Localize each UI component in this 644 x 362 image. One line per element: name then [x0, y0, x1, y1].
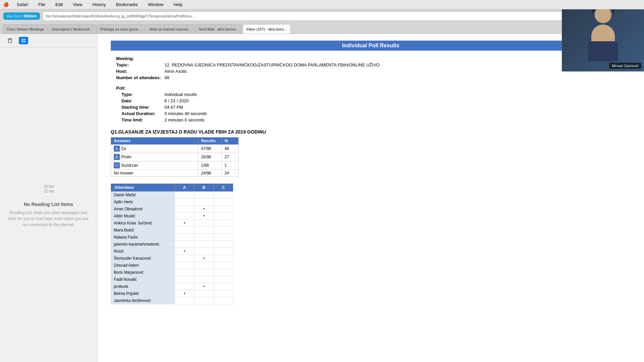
result-results-cell: 47/98: [198, 145, 222, 153]
attendees-header-b: B: [194, 184, 214, 192]
menu-history[interactable]: History: [90, 1, 108, 8]
tabs-bar: Cisco Webex Meetings Dozvoljene | Nedozv…: [0, 23, 644, 34]
attendee-row: jasenko karamehmedovic: [111, 241, 233, 248]
attendee-row: Šemsudin Kavazović•: [111, 255, 233, 262]
attendee-vote-c: [214, 290, 233, 297]
attendee-row: Rosić•: [111, 248, 233, 255]
attendees-label: Number of attendees:: [111, 75, 164, 80]
attendee-vote-b: [194, 220, 214, 227]
reading-list-empty: No Reading List Items Reading List helps…: [0, 47, 97, 362]
content-area[interactable]: Individual Poll Results Meeting: Topic: …: [97, 34, 644, 362]
attendee-vote-c: [214, 213, 233, 220]
attendee-vote-c: [214, 269, 233, 276]
page-title: Individual Poll Results: [111, 41, 631, 51]
tab-pretraga[interactable]: Pretraga za savu gume...: [96, 24, 145, 34]
attendee-vote-c: [214, 241, 233, 248]
menu-safari[interactable]: Safari: [15, 1, 30, 8]
attendee-vote-b: [194, 248, 214, 255]
attendee-row: probook•: [111, 283, 233, 290]
topic-value: 12. REDOVNA SJEDNICA PREDSTAVNIČKOG/ZAST…: [164, 62, 631, 67]
attendee-vote-b: [194, 269, 214, 276]
timelimit-row: Time limit: 2 minutes 0 seconds: [111, 117, 631, 122]
attendee-vote-b: [194, 192, 214, 199]
result-results-cell: 1/98: [198, 161, 222, 170]
browser-toolbar: Via Cisco Webex file:///private/var/fold…: [0, 9, 644, 23]
attendee-vote-a: [175, 283, 194, 290]
date-label: Date:: [111, 98, 164, 103]
attendee-vote-b: [194, 290, 214, 297]
attendee-vote-b: [194, 241, 214, 248]
reading-list-description: Reading List helps you save webpages and…: [7, 210, 90, 228]
attendee-vote-b: •: [194, 206, 214, 213]
result-pct-cell: 1: [222, 161, 239, 170]
attendee-vote-c: [214, 220, 233, 227]
result-row: CSuzdrzan1/981: [111, 161, 239, 170]
attendee-name-cell: Ankica Kolar Jurčević: [111, 220, 175, 227]
result-results-cell: 24/98: [198, 170, 222, 177]
attendee-vote-c: [214, 276, 233, 283]
tab-sent-mail[interactable]: Sent Mail - dino.borovi...: [195, 24, 242, 34]
attendee-vote-b: [194, 297, 214, 304]
attendee-row: Ajdin Heric: [111, 199, 233, 206]
svg-point-2: [22, 41, 23, 42]
attendee-vote-a: [175, 199, 194, 206]
attendee-vote-c: [214, 255, 233, 262]
type-row: Type: Individual results: [111, 92, 631, 97]
menu-window[interactable]: Window: [146, 1, 165, 8]
attendee-name-cell: Fadil Novalić: [111, 276, 175, 283]
tab-cisco-webex[interactable]: Cisco Webex Meetings: [3, 24, 48, 34]
attendee-vote-c: [214, 192, 233, 199]
result-answer-cell: AZa: [111, 145, 198, 153]
reading-list-icon-btn[interactable]: [19, 37, 28, 44]
attendee-name-cell: Natasa Fazlic: [111, 234, 175, 241]
browser-chrome: Via Cisco Webex file:///private/var/fold…: [0, 9, 644, 34]
sidebar: No Reading List Items Reading List helps…: [0, 34, 97, 362]
attendee-vote-a: [175, 192, 194, 199]
tab-dozvoljene[interactable]: Dozvoljene | Nedozvoli...: [48, 24, 96, 34]
topic-label: Topic:: [111, 62, 164, 67]
host-row: Host: Almir Asotic: [111, 69, 631, 74]
result-answer-cell: CSuzdrzan: [111, 161, 198, 170]
result-row: AZa47/9848: [111, 145, 239, 153]
duration-value: 0 minutes 40 seconds: [164, 111, 631, 116]
attendee-vote-a: [175, 255, 194, 262]
video-overlay: Mirsad Zaimović: [562, 9, 644, 71]
attendee-vote-c: [214, 248, 233, 255]
attendee-name-cell: Ajdin Heric: [111, 199, 175, 206]
host-label: Host:: [111, 69, 164, 74]
menu-help[interactable]: Help: [171, 1, 185, 8]
attendee-name-cell: Belma Pojskić: [111, 290, 175, 297]
menu-file[interactable]: File: [36, 1, 47, 8]
tab-inbox[interactable]: Inbox (157) - dino.boro...: [243, 24, 290, 34]
url-bar[interactable]: file:///private/var/folders/pp/4fc90yts4…: [43, 11, 641, 21]
tab-vece[interactable]: Veće sa Ivanom Ivanovi...: [145, 24, 195, 34]
result-answer-cell: BProtiv: [111, 153, 198, 161]
results-table: Answers Results % AZa47/9848BProtiv26/98…: [111, 137, 239, 177]
attendee-vote-b: •: [194, 255, 214, 262]
attendee-name-cell: Damir Mašić: [111, 192, 175, 199]
webex-logo: Via Cisco Webex: [3, 12, 40, 20]
attendee-vote-a: [175, 213, 194, 220]
attendee-name-cell: jasenko karamehmedovic: [111, 241, 175, 248]
attendee-row: Natasa Fazlic: [111, 234, 233, 241]
attendee-row: Jasminka Ibrišimović: [111, 297, 233, 304]
attendees-header-c: C: [214, 184, 233, 192]
url-text: file:///private/var/folders/pp/4fc90yts4…: [46, 14, 632, 18]
svg-point-1: [22, 39, 23, 40]
attendee-name-cell: Šemsudin Kavazović: [111, 255, 175, 262]
meeting-label: Meeting:: [111, 56, 164, 61]
result-row: BProtiv26/9827: [111, 153, 239, 161]
bookmarks-icon-btn[interactable]: [5, 37, 15, 44]
attendees-value: 98: [164, 75, 631, 80]
menu-bookmarks[interactable]: Bookmarks: [114, 1, 140, 8]
date-row: Date: 6 / 23 / 2020: [111, 98, 631, 103]
topic-row: Topic: 12. REDOVNA SJEDNICA PREDSTAVNIČK…: [111, 62, 631, 67]
timelimit-label: Time limit:: [111, 117, 164, 122]
menu-view[interactable]: View: [71, 1, 84, 8]
attendee-row: Dževad Adem: [111, 262, 233, 269]
poll-section: Poll: Type: Individual results Date: 6 /…: [111, 86, 631, 122]
result-answer-cell: No Answer: [111, 170, 198, 177]
menu-edit[interactable]: Edit: [53, 1, 65, 8]
person-silhouette: [562, 9, 644, 71]
apple-menu[interactable]: 🍎: [3, 2, 9, 7]
